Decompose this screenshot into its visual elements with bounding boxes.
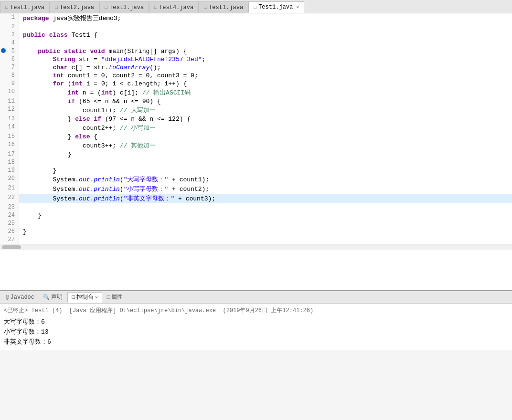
line-num-10: 10: [0, 88, 19, 97]
line-12: 12 count1++; // 大写加一: [0, 105, 512, 115]
tab-label-4: Test4.java: [159, 4, 193, 11]
file-icon-3: □: [105, 5, 107, 10]
line-num-2: 2: [0, 23, 19, 31]
tab-label-active: Test1.java: [258, 4, 293, 10]
line-num-9: 9: [0, 80, 19, 88]
line-num-3: 3: [0, 31, 19, 39]
line-5: 5 public static void main(String[] args)…: [0, 47, 512, 55]
line-num-23: 23: [0, 203, 19, 211]
tab-test4[interactable]: □ Test4.java: [149, 1, 199, 13]
line-num-7: 7: [0, 63, 19, 72]
line-num-12: 12: [0, 105, 19, 115]
file-icon-active: □: [254, 5, 256, 10]
line-2: 2: [0, 23, 512, 31]
editor-scrollbar[interactable]: [0, 244, 512, 250]
line-num-19: 19: [0, 167, 19, 175]
line-content-7: char c[] = str.toCharArray();: [19, 63, 512, 72]
line-9: 9 for (int i = 0; i < c.length; i++) {: [0, 80, 512, 88]
line-content-11: if (65 <= n && n <= 90) {: [19, 97, 512, 105]
line-17: 17 }: [0, 150, 512, 158]
output-line-1: 大写字母数：6: [4, 317, 508, 327]
file-icon-2: □: [55, 5, 58, 10]
output-line-2: 小写字母数：13: [4, 327, 508, 337]
line-content-27: [19, 236, 512, 244]
tab-close-button[interactable]: ✕: [296, 4, 299, 10]
line-20: 20 System.out.println("大写字母数：" + count1)…: [0, 175, 512, 184]
console-tab-close[interactable]: ✕: [95, 294, 98, 300]
line-content-10: int n = (int) c[i]; // 输出ASCII码: [19, 88, 512, 97]
line-content-14: count2++; // 小写加一: [19, 123, 512, 133]
line-18: 18: [0, 158, 512, 167]
javadoc-icon: @: [6, 294, 9, 300]
terminated-line: <已终止> Test1 (4) [Java 应用程序] D:\eclipse\j…: [4, 306, 508, 315]
line-22: 22 System.out.println("非英文字母数：" + count3…: [0, 194, 512, 203]
tab-test1-active[interactable]: □ Test1.java ✕: [248, 1, 304, 13]
panel-tab-properties-label: 属性: [111, 293, 123, 301]
line-content-15: } else {: [19, 133, 512, 141]
panel-tab-properties[interactable]: □ 属性: [103, 292, 127, 303]
line-content-19: }: [19, 167, 512, 175]
line-content-3: public class Test1 {: [19, 31, 512, 39]
panel-tab-javadoc[interactable]: @ Javadoc: [2, 292, 38, 303]
tab-test1-1[interactable]: □ Test1.java: [0, 1, 50, 13]
line-content-24: }: [19, 211, 512, 220]
line-10: 10 int n = (int) c[i]; // 输出ASCII码: [0, 88, 512, 97]
panel-tab-declaration[interactable]: 🔍 声明: [39, 292, 66, 303]
line-content-6: String str = "ddejidsEFALDFfnef2357 3ed"…: [19, 55, 512, 63]
line-content-9: for (int i = 0; i < c.length; i++) {: [19, 80, 512, 88]
properties-icon: □: [107, 294, 110, 300]
tab-label-2: Test2.java: [60, 4, 94, 11]
line-num-26: 26: [0, 228, 19, 236]
line-num-15: 15: [0, 133, 19, 141]
line-content-21: System.out.println("小写字母数：" + count2);: [19, 184, 512, 194]
line-content-17: }: [19, 150, 512, 158]
line-16: 16 count3++; // 其他加一: [0, 141, 512, 150]
line-num-8: 8: [0, 72, 19, 80]
line-num-20: 20: [0, 175, 19, 184]
line-1: 1 package java实验报告三demo3;: [0, 13, 512, 23]
file-icon-1: □: [5, 5, 8, 10]
panel-tab-console-label: 控制台: [76, 293, 94, 301]
console-output: <已终止> Test1 (4) [Java 应用程序] D:\eclipse\j…: [0, 304, 512, 350]
scroll-thumb[interactable]: [2, 245, 21, 249]
line-num-5: 5: [0, 47, 19, 55]
line-num-13: 13: [0, 115, 19, 123]
line-num-21: 21: [0, 184, 19, 194]
line-content-25: [19, 220, 512, 228]
tab-label-5: Test1.java: [209, 4, 243, 11]
line-content-2: [19, 23, 512, 31]
line-content-22: System.out.println("非英文字母数：" + count3);: [19, 194, 512, 203]
line-15: 15 } else {: [0, 133, 512, 141]
tab-label-3: Test3.java: [109, 4, 144, 11]
panel-tab-console[interactable]: □ 控制台 ✕: [67, 292, 102, 303]
line-content-16: count3++; // 其他加一: [19, 141, 512, 150]
line-num-14: 14: [0, 123, 19, 133]
line-num-18: 18: [0, 158, 19, 167]
bottom-panel: @ Javadoc 🔍 声明 □ 控制台 ✕ □ 属性 <已终止> Test1 …: [0, 290, 512, 350]
tab-test3[interactable]: □ Test3.java: [99, 1, 149, 13]
line-num-17: 17: [0, 150, 19, 158]
panel-tab-bar: @ Javadoc 🔍 声明 □ 控制台 ✕ □ 属性: [0, 291, 512, 304]
line-content-13: } else if (97 <= n && n <= 122) {: [19, 115, 512, 123]
tab-test1-5[interactable]: □ Test1.java: [199, 1, 248, 13]
declaration-icon: 🔍: [43, 294, 50, 300]
line-27: 27: [0, 236, 512, 244]
console-icon: □: [72, 294, 75, 300]
line-content-18: [19, 158, 512, 167]
line-num-27: 27: [0, 236, 19, 244]
line-7: 7 char c[] = str.toCharArray();: [0, 63, 512, 72]
line-3: 3 public class Test1 {: [0, 31, 512, 39]
line-num-1: 1: [0, 13, 19, 23]
line-content-12: count1++; // 大写加一: [19, 105, 512, 115]
line-content-20: System.out.println("大写字母数：" + count1);: [19, 175, 512, 184]
line-content-4: [19, 39, 512, 47]
line-num-22: 22: [0, 194, 19, 203]
line-num-11: 11: [0, 97, 19, 105]
code-editor: 1 package java实验报告三demo3; 2 3 public cla…: [0, 13, 512, 290]
tab-test2[interactable]: □ Test2.java: [50, 1, 99, 13]
line-content-23: [19, 203, 512, 211]
line-14: 14 count2++; // 小写加一: [0, 123, 512, 133]
output-line-3: 非英文字母数：6: [4, 337, 508, 347]
line-num-25: 25: [0, 220, 19, 228]
file-icon-4: □: [154, 5, 157, 10]
